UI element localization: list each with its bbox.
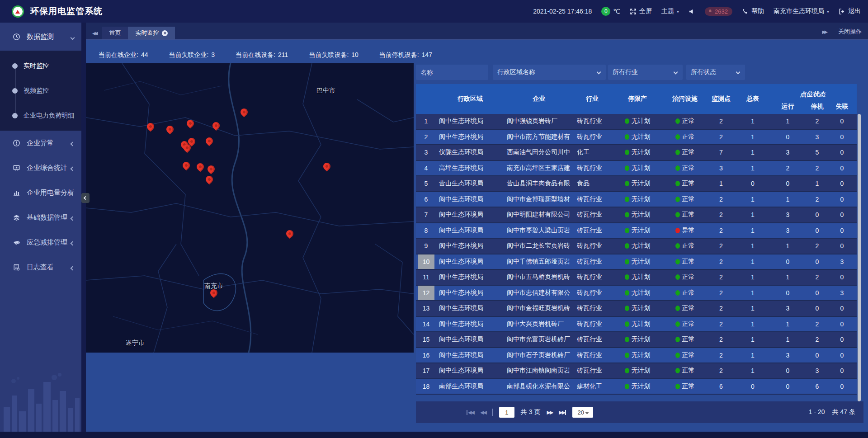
status-dot-green [675,259,680,264]
org-dropdown[interactable]: 南充市生态环境局 ▾ [774,7,829,15]
cell-region: 阆中生态环境局 [436,254,504,269]
table-row[interactable]: 6阆中生态环境局阆中市金博瑞新型墙材砖瓦行业无计划正常21120 [416,192,857,208]
map-collapse-button[interactable] [81,193,90,203]
cell-points: 2 [705,207,737,222]
status-text: 正常 [682,179,695,188]
sidebar-item-企业用电量分析[interactable]: 企业用电量分析 [0,180,81,205]
row-number: 5 [418,176,434,191]
cell-meters: 0 [737,379,769,394]
last-page-button[interactable]: ▶▶ [559,410,566,415]
table-row[interactable]: 5营山生态环境局营山县润丰肉食品有限食品无计划正常10010 [416,176,857,192]
map[interactable]: 巴中市南充市遂宁市 [86,63,414,353]
prev-page-button[interactable]: ◀◀ [480,410,486,415]
table-row[interactable]: 4高坪生态环境局南充市高坪区王家店建砖瓦行业无计划正常31220 [416,161,857,177]
cell-industry: 食品 [574,176,610,191]
page-size-select[interactable]: 20 [572,407,593,418]
cell-meters: 1 [737,286,769,301]
table-row[interactable]: 10阆中生态环境局阆中千佛镇五郎垭页岩砖瓦行业无计划正常21003 [416,254,857,270]
cell-stopped: 0 [807,348,827,363]
first-page-button[interactable]: ◀◀ [467,410,474,415]
chevron-down-icon: ▾ [827,9,829,14]
tab-home[interactable]: 首页 [102,27,128,39]
log-icon [13,264,20,271]
cell-lost: 0 [827,223,857,238]
status-dot-green [675,150,680,155]
cell-industry: 砖瓦行业 [574,254,610,269]
logout-button[interactable]: 退出 [839,7,861,15]
page-number-input[interactable] [499,407,514,418]
table-row[interactable]: 15阆中生态环境局阆中市光富页岩机砖厂砖瓦行业无计划正常21120 [416,332,857,348]
stat-value: 147 [422,51,432,59]
cell-region: 南部生态环境局 [436,379,504,394]
status-dot-green [625,274,629,280]
status-dot-green [675,368,680,373]
cell-company: 营山县润丰肉食品有限 [504,176,574,191]
tab-scroll-right-icon[interactable]: ▶▶ [822,29,826,34]
notification-badge[interactable]: 2632 [705,7,732,16]
status-text: 正常 [682,304,695,312]
cell-stop: 无计划 [610,239,665,254]
name-filter-field[interactable] [416,65,488,80]
sidebar-subitem-视频监控[interactable]: 视频监控 [0,78,81,103]
mute-button[interactable] [689,8,695,15]
sidebar-item-基础数据管理[interactable]: 基础数据管理 [0,205,81,230]
cell-facility: 正常 [665,363,705,378]
industry-filter-select[interactable]: 所有行业 [608,65,683,80]
tab-scroll-left-icon[interactable]: ◀◀ [86,31,102,39]
status-dot-green [625,134,629,140]
close-operations-menu[interactable]: 关闭操作 [838,28,862,36]
cell-meters: 1 [737,192,769,207]
sidebar-subitem-企业电力负荷明细[interactable]: 企业电力负荷明细 [0,103,81,128]
region-filter-select[interactable]: 行政区域名称 [493,65,606,80]
sidebar-item-日志查看[interactable]: 日志查看 [0,255,81,280]
cell-points: 2 [705,317,737,332]
sidebar-item-数据监测[interactable]: 数据监测 [0,23,81,51]
cell-meters: 1 [737,348,769,363]
table-row[interactable]: 12阆中生态环境局阆中市忠信建材有限公砖瓦行业无计划正常21003 [416,286,857,301]
sidebar-item-应急减排管理[interactable]: 应急减排管理 [0,230,81,255]
table-scrollbar[interactable] [858,114,861,401]
cell-points: 2 [705,301,737,316]
cell-stop: 无计划 [610,145,665,160]
table-row[interactable]: 8阆中生态环境局阆中市枣碧大梁山页岩砖瓦行业无计划异常21300 [416,223,857,239]
fullscreen-icon [630,8,637,15]
table-row[interactable]: 9阆中生态环境局阆中市二龙长宝页岩砖砖瓦行业无计划正常21120 [416,239,857,254]
status-text: 无计划 [632,211,651,219]
status-text: 无计划 [632,304,651,312]
cell-region: 阆中生态环境局 [436,130,504,145]
name-filter-input[interactable] [420,69,484,76]
row-number: 15 [418,332,434,347]
filter-bar: 行政区域名称 所有行业 所有状态 [416,65,863,80]
table-row[interactable]: 17阆中生态环境局阆中市江南镇阆南页岩砖瓦行业无计划正常21030 [416,363,857,379]
help-button[interactable]: 帮助 [742,7,764,15]
table-row[interactable]: 2阆中生态环境局阆中市南方节能建材有砖瓦行业无计划正常21030 [416,130,857,146]
phone-icon [742,8,749,15]
sidebar-item-label: 企业用电量分析 [27,188,74,197]
table-row[interactable]: 11阆中生态环境局阆中市五马桥页岩机砖砖瓦行业无计划正常21120 [416,270,857,286]
table-row[interactable]: 7阆中生态环境局阆中明阳建材有限公司砖瓦行业无计划正常21300 [416,207,857,223]
col-group-point-status: 点位状态 [769,84,857,99]
sidebar-item-企业综合统计[interactable]: 企业综合统计 [0,155,81,180]
close-icon[interactable]: × [162,30,168,36]
tab-realtime-monitor[interactable]: 实时监控 × [128,27,175,39]
sidebar-subitem-实时监控[interactable]: 实时监控 [0,53,81,78]
table-row[interactable]: 1阆中生态环境局阆中强锐页岩砖厂砖瓦行业无计划正常21120 [416,114,857,130]
table-row[interactable]: 14阆中生态环境局阆中大兴页岩机砖厂砖瓦行业无计划正常21120 [416,317,857,333]
cell-company: 阆中市石子页岩机砖厂 [504,348,574,363]
status-text: 正常 [682,211,695,219]
table-row[interactable]: 16阆中生态环境局阆中市石子页岩机砖厂砖瓦行业无计划正常21300 [416,348,857,364]
theme-dropdown[interactable]: 主题 ▾ [661,7,679,15]
cell-stop: 无计划 [610,270,665,285]
next-page-button[interactable]: ▶▶ [547,410,552,415]
fullscreen-button[interactable]: 全屏 [630,7,652,15]
table-row[interactable]: 18南部生态环境局南部县砚化水泥有限公建材化工无计划正常60060 [416,379,857,395]
cell-points: 2 [705,286,737,301]
sidebar-item-企业异常[interactable]: 企业异常 [0,131,81,155]
status-text: 无计划 [632,320,651,328]
table-row[interactable]: 3仪陇生态环境局西南油气田分公司川中化工无计划正常71350 [416,145,857,161]
speaker-icon [689,8,695,15]
status-text: 正常 [682,273,695,281]
table-row[interactable]: 13阆中生态环境局阆中市金福旺页岩机砖砖瓦行业无计划正常21300 [416,301,857,317]
status-filter-select[interactable]: 所有状态 [686,65,745,80]
cell-industry: 砖瓦行业 [574,270,610,285]
